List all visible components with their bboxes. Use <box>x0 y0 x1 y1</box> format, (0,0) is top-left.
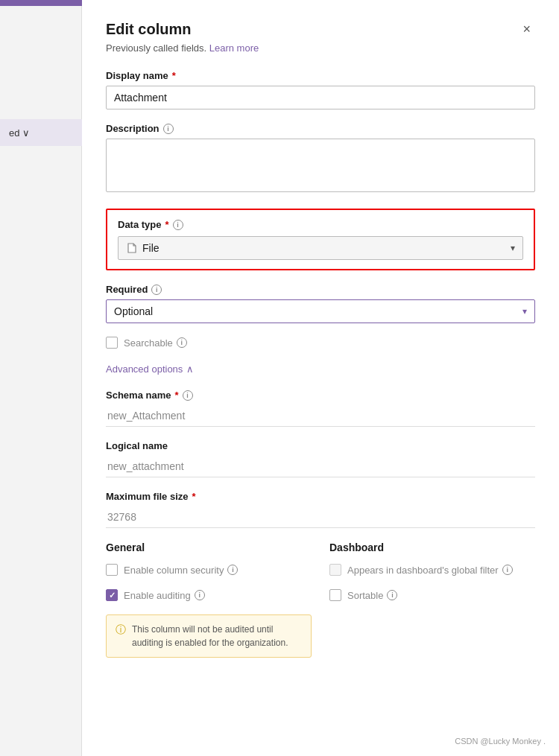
required-select[interactable]: Optional ▾ <box>106 299 535 323</box>
searchable-label: Searchable i <box>124 337 187 349</box>
enable-auditing-info-icon[interactable]: i <box>195 590 205 600</box>
data-type-section: Data type * i File ▾ <box>106 209 535 270</box>
description-label: Description i <box>106 123 535 134</box>
display-name-label: Display name * <box>106 70 535 81</box>
schema-name-info-icon[interactable]: i <box>183 390 193 401</box>
max-file-size-input[interactable] <box>106 506 535 528</box>
searchable-checkbox[interactable] <box>106 337 118 349</box>
enable-column-security-label: Enable column security i <box>124 565 238 576</box>
display-name-field: Display name * <box>106 70 535 109</box>
enable-column-security-checkbox[interactable] <box>106 564 118 576</box>
two-col-section: General Enable column security i Enable … <box>106 541 535 658</box>
advanced-options-button[interactable]: Advanced options ∧ <box>106 363 194 375</box>
edit-column-panel: Edit column × Previously called fields. … <box>82 0 559 756</box>
watermark: CSDN @Lucky Monkey . <box>455 737 546 746</box>
data-type-label: Data type * i <box>118 219 523 230</box>
display-name-input[interactable] <box>106 86 535 109</box>
close-button[interactable]: × <box>518 21 535 37</box>
general-title: General <box>106 541 312 553</box>
file-icon <box>126 242 138 254</box>
max-file-size-label: Maximum file size * <box>106 491 535 502</box>
data-type-info-icon[interactable]: i <box>173 220 183 230</box>
data-type-value: File <box>126 242 496 254</box>
panel-header: Edit column × <box>106 21 535 38</box>
enable-column-security-row: Enable column security i <box>106 564 312 576</box>
sortable-checkbox[interactable] <box>329 589 341 601</box>
dashboard-section: Dashboard Appears in dashboard's global … <box>329 541 535 658</box>
data-type-required: * <box>165 219 169 230</box>
logical-name-input[interactable] <box>106 456 535 477</box>
description-input[interactable] <box>106 139 535 192</box>
enable-auditing-row: Enable auditing i <box>106 589 312 601</box>
sidebar-item-label: ed ∨ <box>9 127 30 139</box>
required-label: Required i <box>106 284 535 295</box>
sortable-row: Sortable i <box>329 589 535 601</box>
required-info-icon[interactable]: i <box>151 285 162 295</box>
required-chevron-icon: ▾ <box>522 306 527 317</box>
schema-name-required: * <box>174 390 178 401</box>
data-type-select[interactable]: File ▾ <box>118 236 523 260</box>
enable-auditing-checkbox[interactable] <box>106 589 118 601</box>
schema-name-field: Schema name * i <box>106 390 535 427</box>
advanced-options-chevron-icon: ∧ <box>186 363 194 375</box>
enable-column-security-info-icon[interactable]: i <box>227 565 238 575</box>
logical-name-field: Logical name <box>106 440 535 477</box>
searchable-row: Searchable i <box>106 337 535 349</box>
appears-in-dashboard-info-icon[interactable]: i <box>502 565 513 575</box>
display-name-required: * <box>172 70 176 81</box>
sidebar-top-accent <box>0 0 82 6</box>
required-value: Optional <box>114 305 508 317</box>
description-info-icon[interactable]: i <box>163 124 174 134</box>
appears-in-dashboard-checkbox <box>329 564 341 576</box>
auditing-warning-box: ⓘ This column will not be audited until … <box>106 614 312 658</box>
panel-title: Edit column <box>106 21 191 38</box>
max-file-size-required: * <box>192 491 196 502</box>
sidebar-item-ed[interactable]: ed ∨ <box>0 119 82 146</box>
dashboard-title: Dashboard <box>329 541 535 553</box>
schema-name-label: Schema name * i <box>106 390 535 401</box>
sidebar-background: ed ∨ <box>0 0 82 756</box>
panel-subtitle: Previously called fields. Learn more <box>106 42 535 54</box>
warning-icon: ⓘ <box>116 623 126 637</box>
learn-more-link[interactable]: Learn more <box>209 42 259 54</box>
max-file-size-field: Maximum file size * <box>106 491 535 528</box>
appears-in-dashboard-label: Appears in dashboard's global filter i <box>347 565 513 576</box>
sortable-label: Sortable i <box>347 590 397 601</box>
description-field: Description i <box>106 123 535 195</box>
warning-text: This column will not be audited until au… <box>132 623 302 649</box>
general-section: General Enable column security i Enable … <box>106 541 312 658</box>
enable-auditing-label: Enable auditing i <box>124 590 205 601</box>
data-type-chevron-icon: ▾ <box>511 243 515 253</box>
appears-in-dashboard-row: Appears in dashboard's global filter i <box>329 564 535 576</box>
sortable-info-icon[interactable]: i <box>387 590 397 600</box>
logical-name-label: Logical name <box>106 440 535 451</box>
required-field: Required i Optional ▾ <box>106 284 535 323</box>
searchable-info-icon[interactable]: i <box>177 337 187 348</box>
schema-name-input[interactable] <box>106 405 535 427</box>
